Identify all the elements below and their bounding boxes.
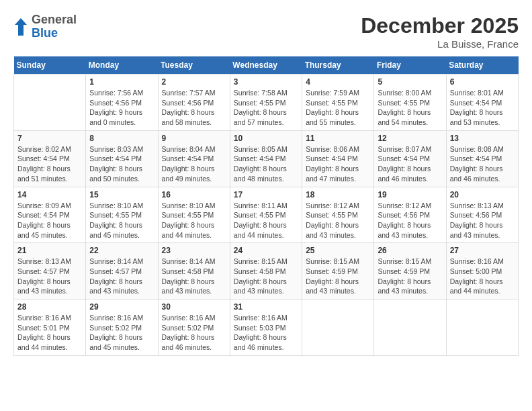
day-info: Sunrise: 7:58 AM Sunset: 4:55 PM Dayligh… [234, 88, 298, 128]
column-header-thursday: Thursday [302, 56, 374, 75]
day-info: Sunrise: 8:16 AM Sunset: 5:01 PM Dayligh… [17, 313, 82, 353]
day-number: 25 [306, 246, 370, 255]
calendar-cell: 20Sunrise: 8:13 AM Sunset: 4:56 PM Dayli… [446, 187, 518, 243]
day-info: Sunrise: 8:14 AM Sunset: 4:57 PM Dayligh… [89, 257, 154, 296]
calendar-cell: 26Sunrise: 8:15 AM Sunset: 4:59 PM Dayli… [374, 243, 446, 300]
calendar-cell: 18Sunrise: 8:12 AM Sunset: 4:55 PM Dayli… [302, 187, 374, 243]
calendar-cell: 24Sunrise: 8:15 AM Sunset: 4:58 PM Dayli… [230, 243, 302, 300]
day-number: 11 [306, 134, 370, 143]
day-info: Sunrise: 8:04 AM Sunset: 4:54 PM Dayligh… [162, 144, 226, 184]
day-number: 19 [378, 190, 442, 199]
day-info: Sunrise: 8:05 AM Sunset: 4:54 PM Dayligh… [234, 144, 298, 184]
calendar-cell: 8Sunrise: 8:03 AM Sunset: 4:54 PM Daylig… [86, 130, 158, 187]
day-number: 16 [162, 190, 226, 199]
day-number: 2 [162, 77, 226, 87]
day-info: Sunrise: 8:10 AM Sunset: 4:55 PM Dayligh… [89, 201, 154, 240]
calendar-cell: 5Sunrise: 8:00 AM Sunset: 4:55 PM Daylig… [374, 75, 446, 131]
calendar-cell: 14Sunrise: 8:09 AM Sunset: 4:54 PM Dayli… [14, 187, 86, 243]
day-info: Sunrise: 8:15 AM Sunset: 4:58 PM Dayligh… [234, 257, 298, 296]
calendar-cell: 21Sunrise: 8:13 AM Sunset: 4:57 PM Dayli… [14, 243, 86, 300]
title-block: December 2025 La Buisse, France [361, 13, 519, 50]
day-info: Sunrise: 8:06 AM Sunset: 4:54 PM Dayligh… [306, 144, 370, 184]
day-number: 26 [378, 246, 442, 255]
calendar-cell: 30Sunrise: 8:16 AM Sunset: 5:02 PM Dayli… [158, 300, 230, 356]
calendar-cell: 6Sunrise: 8:01 AM Sunset: 4:54 PM Daylig… [446, 75, 518, 131]
day-number: 6 [450, 77, 515, 87]
day-info: Sunrise: 8:07 AM Sunset: 4:54 PM Dayligh… [378, 144, 442, 184]
day-info: Sunrise: 8:09 AM Sunset: 4:54 PM Dayligh… [17, 201, 82, 240]
day-info: Sunrise: 8:01 AM Sunset: 4:54 PM Dayligh… [450, 88, 515, 128]
day-info: Sunrise: 8:03 AM Sunset: 4:54 PM Dayligh… [89, 144, 154, 184]
calendar-week-5: 28Sunrise: 8:16 AM Sunset: 5:01 PM Dayli… [14, 300, 519, 356]
calendar-cell [374, 300, 446, 356]
day-number: 8 [89, 134, 154, 143]
day-number: 7 [17, 134, 82, 143]
day-info: Sunrise: 8:02 AM Sunset: 4:54 PM Dayligh… [17, 144, 82, 184]
day-info: Sunrise: 8:16 AM Sunset: 5:00 PM Dayligh… [450, 257, 515, 296]
day-number: 12 [378, 134, 442, 143]
calendar-header-row: SundayMondayTuesdayWednesdayThursdayFrid… [14, 56, 519, 75]
day-info: Sunrise: 8:12 AM Sunset: 4:55 PM Dayligh… [306, 201, 370, 240]
day-number: 3 [234, 77, 298, 87]
day-number: 20 [450, 190, 515, 199]
calendar-cell: 25Sunrise: 8:15 AM Sunset: 4:59 PM Dayli… [302, 243, 374, 300]
calendar-cell: 9Sunrise: 8:04 AM Sunset: 4:54 PM Daylig… [158, 130, 230, 187]
column-header-tuesday: Tuesday [158, 56, 230, 75]
calendar-table: SundayMondayTuesdayWednesdayThursdayFrid… [13, 56, 519, 356]
calendar-cell: 31Sunrise: 8:16 AM Sunset: 5:03 PM Dayli… [230, 300, 302, 356]
calendar-cell: 29Sunrise: 8:16 AM Sunset: 5:02 PM Dayli… [86, 300, 158, 356]
day-number: 21 [17, 246, 82, 255]
calendar-cell: 4Sunrise: 7:59 AM Sunset: 4:55 PM Daylig… [302, 75, 374, 131]
day-info: Sunrise: 8:11 AM Sunset: 4:55 PM Dayligh… [234, 201, 298, 240]
day-info: Sunrise: 8:16 AM Sunset: 5:03 PM Dayligh… [234, 313, 298, 353]
day-number: 14 [17, 190, 82, 199]
day-info: Sunrise: 8:13 AM Sunset: 4:57 PM Dayligh… [17, 257, 82, 296]
calendar-week-2: 7Sunrise: 8:02 AM Sunset: 4:54 PM Daylig… [14, 130, 519, 187]
day-number: 24 [234, 246, 298, 255]
day-info: Sunrise: 8:13 AM Sunset: 4:56 PM Dayligh… [450, 201, 515, 240]
calendar-cell [446, 300, 518, 356]
column-header-wednesday: Wednesday [230, 56, 302, 75]
calendar-cell: 7Sunrise: 8:02 AM Sunset: 4:54 PM Daylig… [14, 130, 86, 187]
page-header: General Blue December 2025 La Buisse, Fr… [13, 13, 519, 50]
calendar-cell: 12Sunrise: 8:07 AM Sunset: 4:54 PM Dayli… [374, 130, 446, 187]
calendar-cell: 27Sunrise: 8:16 AM Sunset: 5:00 PM Dayli… [446, 243, 518, 300]
day-number: 23 [162, 246, 226, 255]
day-number: 29 [89, 302, 154, 312]
calendar-cell: 1Sunrise: 7:56 AM Sunset: 4:56 PM Daylig… [86, 75, 158, 131]
day-number: 27 [450, 246, 515, 255]
location-text: La Buisse, France [361, 38, 519, 50]
day-number: 28 [17, 302, 82, 312]
calendar-cell: 3Sunrise: 7:58 AM Sunset: 4:55 PM Daylig… [230, 75, 302, 131]
day-number: 30 [162, 302, 226, 312]
day-number: 15 [89, 190, 154, 199]
day-number: 17 [234, 190, 298, 199]
day-number: 5 [378, 77, 442, 87]
logo-general-text: General [32, 13, 77, 27]
day-info: Sunrise: 8:15 AM Sunset: 4:59 PM Dayligh… [378, 257, 442, 296]
month-title: December 2025 [361, 13, 519, 38]
day-info: Sunrise: 7:57 AM Sunset: 4:56 PM Dayligh… [162, 88, 226, 128]
day-info: Sunrise: 8:16 AM Sunset: 5:02 PM Dayligh… [89, 313, 154, 353]
day-number: 10 [234, 134, 298, 143]
day-number: 9 [162, 134, 226, 143]
calendar-cell: 11Sunrise: 8:06 AM Sunset: 4:54 PM Dayli… [302, 130, 374, 187]
day-number: 4 [306, 77, 370, 87]
day-number: 22 [89, 246, 154, 255]
column-header-friday: Friday [374, 56, 446, 75]
day-info: Sunrise: 8:00 AM Sunset: 4:55 PM Dayligh… [378, 88, 442, 128]
calendar-week-4: 21Sunrise: 8:13 AM Sunset: 4:57 PM Dayli… [14, 243, 519, 300]
day-info: Sunrise: 8:12 AM Sunset: 4:56 PM Dayligh… [378, 201, 442, 240]
logo-blue-text: Blue [32, 27, 77, 40]
day-number: 13 [450, 134, 515, 143]
calendar-week-3: 14Sunrise: 8:09 AM Sunset: 4:54 PM Dayli… [14, 187, 519, 243]
day-info: Sunrise: 7:59 AM Sunset: 4:55 PM Dayligh… [306, 88, 370, 128]
calendar-cell: 16Sunrise: 8:10 AM Sunset: 4:55 PM Dayli… [158, 187, 230, 243]
calendar-cell: 10Sunrise: 8:05 AM Sunset: 4:54 PM Dayli… [230, 130, 302, 187]
svg-marker-0 [15, 18, 27, 36]
day-info: Sunrise: 8:16 AM Sunset: 5:02 PM Dayligh… [162, 313, 226, 353]
calendar-cell: 23Sunrise: 8:14 AM Sunset: 4:58 PM Dayli… [158, 243, 230, 300]
calendar-cell: 13Sunrise: 8:08 AM Sunset: 4:54 PM Dayli… [446, 130, 518, 187]
day-number: 18 [306, 190, 370, 199]
calendar-cell: 15Sunrise: 8:10 AM Sunset: 4:55 PM Dayli… [86, 187, 158, 243]
